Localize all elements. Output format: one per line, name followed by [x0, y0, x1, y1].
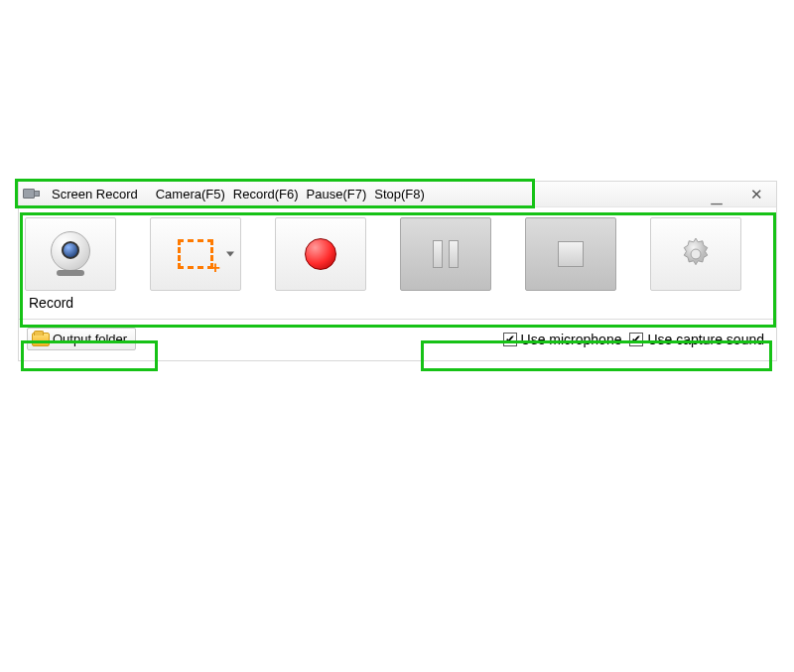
menu-pause[interactable]: Pause(F7) [304, 185, 370, 203]
pause-icon [433, 240, 459, 268]
app-title: Screen Record [49, 185, 141, 203]
record-button[interactable] [275, 217, 366, 291]
crop-region-button[interactable] [150, 217, 241, 291]
close-button[interactable]: ✕ [736, 182, 776, 207]
app-camcorder-icon [23, 186, 41, 203]
use-microphone-checkbox[interactable]: ✔ Use microphone [503, 332, 622, 347]
checkbox-icon: ✔ [629, 333, 643, 346]
svg-point-0 [691, 249, 701, 259]
crop-icon [178, 239, 213, 269]
record-dot-icon [305, 238, 336, 270]
settings-button[interactable] [650, 217, 741, 291]
options-bar: Output folder ✔ Use microphone ✔ Use cap… [19, 320, 776, 360]
gear-icon [677, 235, 715, 273]
stop-button[interactable] [525, 217, 616, 291]
menu-stop[interactable]: Stop(F8) [371, 185, 428, 203]
use-microphone-label: Use microphone [521, 332, 622, 347]
minimize-button[interactable]: _ [697, 182, 736, 207]
webcam-button[interactable] [25, 217, 116, 291]
output-folder-label: Output folder [53, 332, 127, 346]
use-capture-sound-label: Use capture sound [647, 332, 764, 347]
toolbar [19, 207, 776, 295]
stop-icon [558, 241, 584, 267]
checkbox-icon: ✔ [503, 333, 517, 346]
folder-icon [32, 333, 50, 346]
titlebar: Screen Record Camera(F5) Record(F6) Paus… [19, 182, 776, 207]
menu-record[interactable]: Record(F6) [230, 185, 302, 203]
menu-camera[interactable]: Camera(F5) [153, 185, 228, 203]
chevron-down-icon[interactable] [226, 252, 234, 257]
webcam-icon [48, 231, 93, 277]
pause-button[interactable] [400, 217, 491, 291]
status-label: Record [19, 295, 776, 317]
use-capture-sound-checkbox[interactable]: ✔ Use capture sound [629, 332, 764, 347]
screen-record-window: Screen Record Camera(F5) Record(F6) Paus… [18, 181, 777, 361]
output-folder-button[interactable]: Output folder [27, 328, 136, 350]
